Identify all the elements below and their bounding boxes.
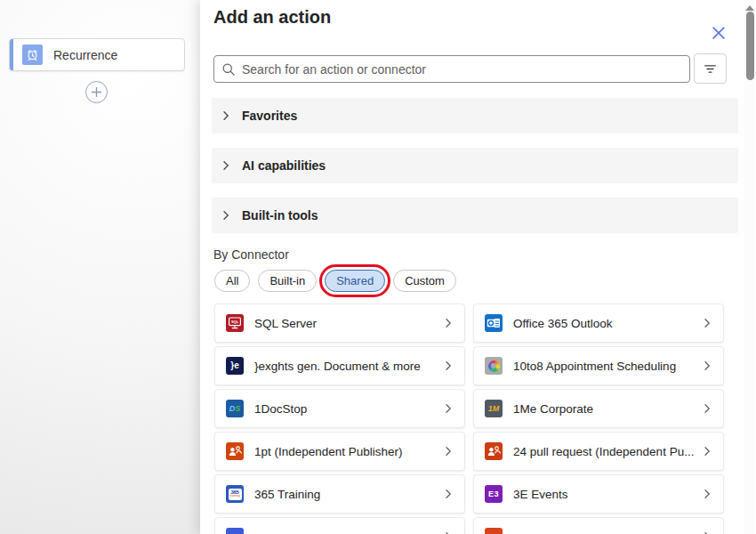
connector-tile-365-training[interactable]: 365training365 Training: [214, 474, 465, 514]
connector-tile-1docstop[interactable]: DS1DocStop: [214, 389, 465, 428]
connector-tile-office-365-outlook[interactable]: Office 365 Outlook: [473, 303, 724, 343]
filter-button[interactable]: [694, 53, 727, 84]
connector-tile-1pt-independent-publisher[interactable]: 1pt (Independent Publisher): [214, 432, 465, 471]
chevron-right-icon: [702, 403, 712, 414]
trigger-label: Recurrence: [53, 48, 117, 62]
chevron-right-icon: [702, 446, 712, 457]
chevron-right-icon: [443, 360, 454, 371]
threee-icon: E3: [485, 485, 503, 503]
filter-icon: [703, 61, 718, 77]
plain-icon: [226, 528, 244, 534]
close-button[interactable]: [710, 24, 728, 42]
chevron-right-icon: [702, 360, 712, 371]
alarm-clock-icon: [22, 44, 43, 65]
scroll-up-arrow-icon[interactable]: [745, 2, 754, 11]
add-action-panel: Add an action FavoritesAI capabilitiesBu…: [200, 0, 756, 534]
section-built-in-tools[interactable]: Built-in tools: [212, 198, 738, 233]
section-label: Favorites: [242, 109, 297, 123]
connector-tile-10to8-appointment-scheduling[interactable]: 10to8 Appointment Scheduling: [473, 346, 724, 385]
connector-label: SQL Server: [254, 317, 438, 330]
outlook-icon: [485, 314, 503, 332]
connector-label: 24 pull request (Independent Pu...: [513, 445, 696, 458]
connector-filter-pills: AllBuilt-inSharedCustom: [214, 270, 456, 292]
section-label: AI capabilities: [242, 158, 326, 173]
app-window: Recurrence Add an action: [0, 0, 756, 534]
connector-label: 1Me Corporate: [513, 402, 696, 416]
trigger-accent-bar: [10, 39, 13, 70]
connector-grid: SQLSQL ServerOffice 365 Outlook}e}exghts…: [214, 303, 724, 534]
chevron-right-icon: [702, 360, 712, 371]
filter-pill-all[interactable]: All: [214, 270, 250, 292]
connector-label: }exghts gen. Document & more: [254, 360, 438, 373]
chevron-right-icon: [443, 489, 454, 499]
section-ai-capabilities[interactable]: AI capabilities: [212, 148, 738, 183]
sql-server-icon: SQL: [226, 314, 244, 332]
connector-tile-24-pull-request-independent-pu[interactable]: 24 pull request (Independent Pu...: [473, 432, 724, 471]
chevron-right-icon: [443, 318, 454, 328]
docstop-icon: DS: [226, 400, 244, 417]
chevron-right-icon: [443, 318, 454, 328]
chevron-right-icon: [443, 446, 454, 457]
chevron-right-icon: [702, 318, 712, 328]
chevron-right-icon: [443, 446, 454, 457]
chevron-right-icon: [221, 110, 231, 121]
recurrence-trigger-card[interactable]: Recurrence: [9, 38, 185, 71]
close-icon: [712, 26, 726, 40]
chevron-right-icon: [221, 160, 231, 171]
connector-tile[interactable]: [473, 517, 724, 534]
search-input[interactable]: [242, 62, 682, 77]
panel-scrollbar[interactable]: [744, 0, 755, 534]
people-icon: [226, 442, 244, 460]
connector-label: 365 Training: [254, 488, 438, 501]
add-step-button[interactable]: [85, 81, 108, 103]
chevron-right-icon: [702, 403, 712, 414]
training365-icon: 365training: [226, 485, 244, 503]
plain-icon: [485, 528, 503, 534]
connector-tile-exghts-gen-document-more[interactable]: }e}exghts gen. Document & more: [214, 346, 465, 385]
by-connector-heading: By Connector: [213, 247, 289, 262]
section-list: FavoritesAI capabilitiesBuilt-in tools: [212, 98, 738, 247]
chevron-right-icon: [702, 489, 712, 499]
connector-label: 1pt (Independent Publisher): [254, 445, 438, 458]
filter-pill-custom[interactable]: Custom: [393, 270, 456, 292]
chevron-right-icon: [443, 403, 454, 414]
filter-pill-built-in[interactable]: Built-in: [258, 270, 317, 292]
chevron-right-icon: [443, 489, 454, 499]
scrollbar-thumb[interactable]: [746, 12, 754, 80]
section-favorites[interactable]: Favorites: [212, 98, 738, 134]
connector-label: 10to8 Appointment Scheduling: [513, 360, 696, 373]
connector-tile-1me-corporate[interactable]: 1M1Me Corporate: [473, 389, 724, 428]
connector-tile-3e-events[interactable]: E33E Events: [473, 474, 724, 514]
connector-label: Office 365 Outlook: [513, 317, 696, 330]
chevron-right-icon: [702, 318, 712, 328]
chevron-right-icon: [221, 210, 231, 221]
search-box[interactable]: [213, 55, 690, 83]
flow-canvas[interactable]: Recurrence: [0, 0, 200, 534]
chevron-right-icon: [443, 360, 454, 371]
ring-icon: [485, 357, 503, 375]
connector-tile[interactable]: [214, 517, 465, 534]
panel-title: Add an action: [213, 7, 331, 28]
plus-icon: [91, 86, 102, 98]
search-icon: [221, 62, 236, 77]
connector-label: 3E Events: [513, 488, 696, 501]
svg-text:SQL: SQL: [231, 320, 239, 324]
chevron-right-icon: [702, 446, 712, 457]
exghts-icon: }e: [226, 357, 244, 375]
onemecorp-icon: 1M: [485, 400, 503, 417]
people-icon: [485, 442, 503, 460]
chevron-right-icon: [702, 489, 712, 499]
filter-pill-shared[interactable]: Shared: [325, 270, 385, 292]
chevron-right-icon: [443, 403, 454, 414]
connector-label: 1DocStop: [254, 402, 438, 416]
section-label: Built-in tools: [242, 208, 318, 222]
connector-tile-sql-server[interactable]: SQLSQL Server: [214, 303, 465, 343]
